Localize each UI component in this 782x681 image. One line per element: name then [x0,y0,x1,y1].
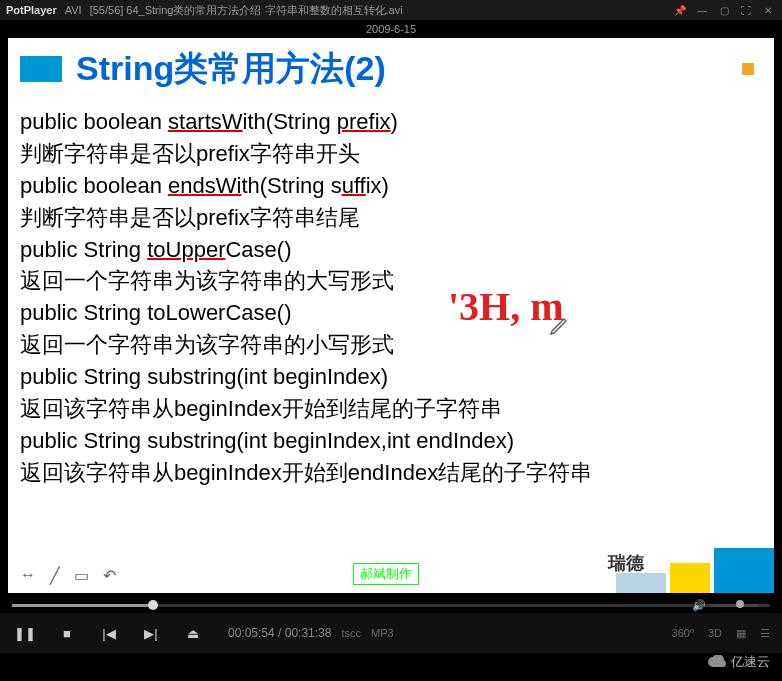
volume-thumb[interactable] [736,600,744,608]
minimize-icon[interactable]: — [694,2,710,18]
footer-decoration [616,548,774,593]
video-area[interactable]: String类常用方法(2) public boolean startsWith… [8,38,774,593]
video-codec[interactable]: tscc [341,627,361,639]
progress-thumb[interactable] [148,600,158,610]
pin-icon[interactable]: 📌 [672,2,688,18]
360-button[interactable]: 360º [672,627,694,639]
format-badge[interactable]: AVI [65,4,82,16]
handwritten-annotation: '3H, m [448,283,564,330]
eject-button[interactable]: ⏏ [180,620,206,646]
3d-button[interactable]: 3D [708,627,722,639]
pen-cursor-icon [548,313,572,341]
control-bar: ❚❚ ■ |◀ ▶| ⏏ 00:05:54 / 00:31:38 tscc MP… [0,613,782,653]
pen-icon[interactable]: ╱ [50,566,60,585]
undo-icon[interactable]: ↶ [103,566,116,585]
audio-codec[interactable]: MP3 [371,627,394,639]
volume-icon[interactable]: 🔊 [692,599,706,612]
orange-decoration [742,63,754,75]
progress-bar[interactable]: 🔊 [12,597,770,613]
code-block: public boolean startsWith(String prefix)… [20,106,762,489]
grid-icon[interactable]: ▦ [736,627,746,640]
watermark: 亿速云 [707,653,770,671]
rect-icon[interactable]: ▭ [74,566,89,585]
prev-button[interactable]: |◀ [96,620,122,646]
arrow-icon[interactable]: ↔ [20,566,36,585]
time-display: 00:05:54 / 00:31:38 [228,626,331,640]
credit-label: 郝斌制作 [353,563,419,585]
pause-button[interactable]: ❚❚ [12,620,38,646]
file-title: [55/56] 64_String类的常用方法介绍 字符串和整数的相互转化.av… [90,3,666,18]
date-bar: 2009-6-15 [0,20,782,38]
slide-content: String类常用方法(2) public boolean startsWith… [8,38,774,497]
fullscreen-icon[interactable]: ⛶ [738,2,754,18]
volume-slider[interactable] [710,604,758,607]
maximize-icon[interactable]: ▢ [716,2,732,18]
stop-button[interactable]: ■ [54,620,80,646]
close-icon[interactable]: ✕ [760,2,776,18]
slide-title: String类常用方法(2) [76,46,386,92]
blue-decoration [20,56,62,82]
next-button[interactable]: ▶| [138,620,164,646]
app-name: PotPlayer [6,4,57,16]
menu-icon[interactable]: ☰ [760,627,770,640]
overlay-controls: ↔ ╱ ▭ ↶ [20,566,116,585]
title-bar: PotPlayer AVI [55/56] 64_String类的常用方法介绍 … [0,0,782,20]
